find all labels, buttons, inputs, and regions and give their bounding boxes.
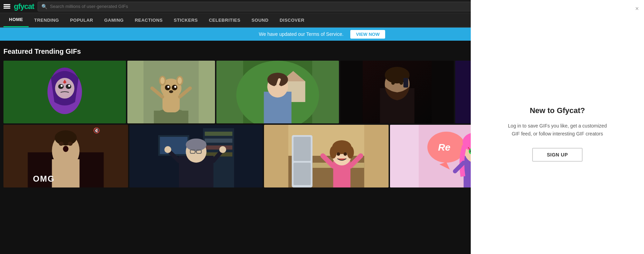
svg-point-100 (344, 152, 347, 156)
nav-item-discover[interactable]: DISCOVER (274, 13, 310, 27)
search-bar: 🔍 (38, 2, 487, 11)
popup-signup-button[interactable]: SIGN UP (532, 148, 582, 162)
svg-rect-71 (205, 139, 232, 143)
gif-item-0[interactable] (3, 61, 126, 123)
svg-text:OMG: OMG (33, 174, 55, 183)
svg-rect-72 (205, 145, 232, 150)
svg-rect-75 (160, 137, 187, 154)
nav-item-home[interactable]: HOME (3, 13, 29, 27)
svg-rect-90 (294, 163, 311, 185)
nav-item-reactions[interactable]: REACTIONS (129, 13, 168, 27)
svg-point-21 (174, 86, 176, 88)
svg-rect-70 (205, 132, 232, 136)
svg-point-40 (391, 81, 395, 85)
svg-point-65 (68, 142, 72, 146)
svg-text:🔇: 🔇 (93, 127, 100, 134)
svg-point-63 (55, 130, 77, 145)
hamburger-menu-icon[interactable] (3, 3, 10, 10)
search-input[interactable] (50, 4, 483, 9)
search-icon: 🔍 (41, 4, 47, 9)
nav-item-trending[interactable]: TRENDING (29, 13, 65, 27)
popup-description: Log in to save GIFs you like, get a cust… (506, 122, 609, 138)
svg-point-16 (160, 77, 165, 84)
gif-item-8[interactable] (264, 125, 389, 187)
gif-item-3[interactable] (340, 61, 454, 123)
nav-item-stickers[interactable]: STICKERS (168, 13, 203, 27)
svg-point-20 (167, 86, 169, 88)
view-now-button[interactable]: VIEW NOW (350, 30, 385, 39)
svg-point-84 (164, 146, 171, 153)
close-icon: × (635, 5, 639, 12)
svg-point-85 (219, 146, 226, 153)
gif-item-2[interactable] (216, 61, 339, 123)
svg-point-95 (330, 146, 337, 159)
svg-line-33 (277, 80, 279, 85)
popup-panel: × New to Gfycat? Log in to save GIFs you… (471, 0, 644, 254)
nav-item-sound[interactable]: SOUND (246, 13, 274, 27)
popup-content: New to Gfycat? Log in to save GIFs you l… (471, 0, 644, 254)
svg-point-41 (400, 81, 403, 85)
gif-item-7[interactable] (129, 125, 263, 187)
logo-text: gfycat (14, 2, 34, 11)
nav-item-celebrities[interactable]: CELEBRITIES (203, 13, 246, 27)
svg-point-66 (63, 146, 68, 152)
svg-point-96 (347, 146, 354, 159)
svg-point-7 (68, 85, 70, 87)
logo[interactable]: gfycat (14, 2, 34, 11)
popup-close-button[interactable]: × (635, 5, 639, 12)
svg-point-99 (337, 152, 340, 156)
svg-point-64 (59, 142, 64, 146)
gif-item-1[interactable] (127, 61, 215, 123)
popup-title: New to Gfycat? (530, 106, 585, 115)
svg-rect-61 (52, 159, 79, 187)
svg-point-78 (186, 139, 206, 151)
svg-text:Re: Re (438, 142, 451, 153)
nav-item-popular[interactable]: POPULAR (65, 13, 99, 27)
svg-rect-89 (294, 137, 311, 161)
svg-rect-11 (154, 111, 188, 123)
svg-rect-39 (403, 78, 408, 88)
svg-point-6 (61, 85, 63, 87)
nav-item-gaming[interactable]: GAMING (99, 13, 129, 27)
gif-item-6[interactable]: 🔇 OMG (3, 125, 128, 187)
svg-point-22 (169, 90, 173, 93)
banner-text: We have updated our Terms of Service. (259, 31, 343, 37)
svg-point-17 (178, 77, 182, 84)
